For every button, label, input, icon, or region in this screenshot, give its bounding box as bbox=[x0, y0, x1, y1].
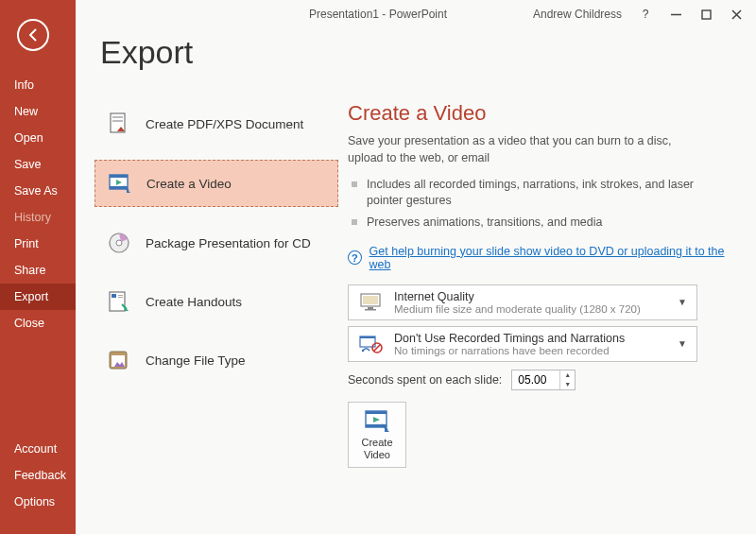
bullet-item: Includes all recorded timings, narration… bbox=[348, 174, 697, 212]
help-row: ? Get help burning your slide show video… bbox=[348, 245, 737, 271]
option-label: Create a Video bbox=[146, 177, 232, 191]
option-label: Package Presentation for CD bbox=[146, 236, 311, 250]
timings-sub: No timings or narrations have been recor… bbox=[394, 345, 678, 356]
create-video-icon bbox=[363, 408, 391, 433]
timings-title: Don't Use Recorded Timings and Narration… bbox=[394, 332, 678, 345]
minimize-button[interactable] bbox=[669, 8, 682, 21]
svg-rect-21 bbox=[368, 307, 373, 309]
option-create-handouts[interactable]: Create Handouts bbox=[94, 279, 338, 324]
option-label: Create Handouts bbox=[146, 295, 242, 309]
svg-rect-3 bbox=[112, 116, 123, 118]
detail-pane: Create a Video Save your presentation as… bbox=[338, 101, 737, 534]
export-options: Create PDF/XPS Document Create a Video P… bbox=[94, 101, 338, 534]
feature-bullets: Includes all recorded timings, narration… bbox=[348, 174, 737, 233]
sidebar-item-export[interactable]: Export bbox=[0, 284, 76, 310]
create-video-label: Create Video bbox=[349, 437, 405, 460]
svg-rect-14 bbox=[118, 295, 123, 296]
backstage-sidebar: Info New Open Save Save As History Print… bbox=[0, 0, 76, 534]
spin-up-icon[interactable]: ▲ bbox=[560, 370, 575, 380]
sidebar-item-open[interactable]: Open bbox=[0, 125, 76, 151]
sidebar-item-options[interactable]: Options bbox=[0, 489, 76, 515]
sidebar-item-close[interactable]: Close bbox=[0, 310, 76, 336]
svg-point-25 bbox=[362, 349, 364, 351]
option-package-cd[interactable]: Package Presentation for CD bbox=[94, 220, 338, 266]
quality-dropdown[interactable]: Internet Quality Medium file size and mo… bbox=[348, 284, 697, 320]
quality-sub: Medium file size and moderate quality (1… bbox=[394, 303, 678, 315]
sidebar-item-feedback[interactable]: Feedback bbox=[0, 462, 76, 489]
svg-rect-6 bbox=[110, 175, 128, 178]
create-video-button[interactable]: Create Video bbox=[348, 402, 406, 468]
no-timings-icon bbox=[358, 333, 385, 355]
page-title: Export bbox=[100, 34, 733, 71]
close-icon bbox=[731, 9, 742, 20]
option-change-file-type[interactable]: Change File Type bbox=[94, 337, 338, 383]
svg-rect-13 bbox=[112, 294, 116, 298]
titlebar: Presentation1 - PowerPoint Andrew Childr… bbox=[76, 0, 756, 28]
spin-down-icon[interactable]: ▼ bbox=[560, 380, 575, 389]
seconds-spinbox[interactable]: ▲ ▼ bbox=[511, 370, 576, 390]
sidebar-item-save-as[interactable]: Save As bbox=[0, 178, 76, 204]
back-button[interactable] bbox=[17, 19, 49, 51]
timings-dropdown[interactable]: Don't Use Recorded Timings and Narration… bbox=[348, 326, 697, 362]
option-label: Change File Type bbox=[146, 353, 246, 368]
handouts-icon bbox=[106, 288, 132, 315]
sidebar-nav-bottom: Account Feedback Options bbox=[0, 436, 76, 515]
monitor-icon bbox=[358, 291, 385, 314]
file-type-icon bbox=[106, 347, 132, 373]
minimize-icon bbox=[671, 9, 681, 20]
svg-rect-29 bbox=[366, 411, 387, 414]
detail-subtitle: Save your presentation as a video that y… bbox=[348, 133, 697, 166]
seconds-input[interactable] bbox=[512, 370, 559, 389]
option-create-pdf-xps[interactable]: Create PDF/XPS Document bbox=[94, 101, 338, 146]
sidebar-item-share[interactable]: Share bbox=[0, 257, 76, 284]
video-icon bbox=[107, 170, 133, 197]
help-icon: ? bbox=[348, 250, 362, 265]
chevron-down-icon: ▼ bbox=[678, 297, 687, 307]
detail-title: Create a Video bbox=[348, 101, 737, 126]
svg-rect-4 bbox=[112, 120, 123, 122]
option-create-video[interactable]: Create a Video bbox=[94, 160, 338, 207]
quality-title: Internet Quality bbox=[394, 290, 678, 303]
chevron-down-icon: ▼ bbox=[678, 338, 687, 349]
maximize-button[interactable] bbox=[699, 8, 713, 21]
help-link[interactable]: Get help burning your slide show video t… bbox=[369, 245, 737, 271]
sidebar-item-print[interactable]: Print bbox=[0, 231, 76, 257]
svg-rect-1 bbox=[702, 10, 711, 19]
arrow-left-icon bbox=[26, 27, 41, 43]
option-label: Create PDF/XPS Document bbox=[146, 117, 303, 131]
seconds-label: Seconds spent on each slide: bbox=[348, 373, 502, 387]
bullet-item: Preserves animations, transitions, and m… bbox=[348, 212, 697, 233]
sidebar-item-info[interactable]: Info bbox=[0, 72, 76, 98]
user-name[interactable]: Andrew Childress bbox=[533, 8, 622, 21]
sidebar-item-history[interactable]: History bbox=[0, 204, 76, 231]
seconds-row: Seconds spent on each slide: ▲ ▼ bbox=[348, 370, 737, 390]
maximize-icon bbox=[701, 9, 712, 20]
sidebar-item-new[interactable]: New bbox=[0, 98, 76, 125]
svg-marker-32 bbox=[385, 427, 389, 432]
svg-rect-20 bbox=[363, 296, 378, 304]
cd-icon bbox=[106, 230, 132, 256]
pdf-icon bbox=[106, 111, 132, 137]
sidebar-item-account[interactable]: Account bbox=[0, 436, 76, 462]
sidebar-nav: Info New Open Save Save As History Print… bbox=[0, 72, 76, 336]
main-area: Presentation1 - PowerPoint Andrew Childr… bbox=[76, 0, 756, 534]
help-button[interactable]: ? bbox=[639, 8, 652, 21]
sidebar-item-save[interactable]: Save bbox=[0, 151, 76, 178]
svg-rect-15 bbox=[118, 297, 123, 298]
svg-rect-24 bbox=[360, 336, 375, 338]
svg-rect-22 bbox=[365, 309, 376, 311]
close-button[interactable] bbox=[730, 8, 743, 21]
document-title: Presentation1 - PowerPoint bbox=[309, 8, 447, 21]
